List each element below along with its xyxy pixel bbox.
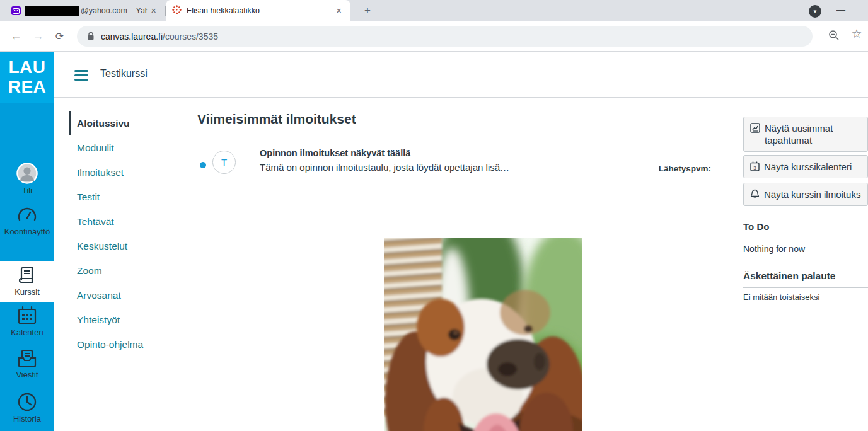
course-nav-announcements[interactable]: Ilmoitukset [69,160,189,185]
view-course-stream-button[interactable]: Näytä uusimmat tapahtumat [743,117,868,152]
laurea-logo[interactable]: LAU REA [0,52,54,103]
announcement-body: Tämä on opinnon ilmoitustaulu, josta löy… [260,162,651,173]
dashboard-gauge-icon [16,205,38,225]
unread-indicator-dot [200,162,206,168]
tab-title: Elisan hiekkalaatikko [187,6,333,15]
sent-date-label: Lähetyspvm: [659,164,711,173]
sidebar-item-dashboard[interactable]: Koontinäyttö [0,205,54,258]
minimize-window-button[interactable]: — [833,4,848,17]
inbox-icon [16,349,38,368]
canvas-global-nav: LAU REA Tili Koontinäyttö [0,52,54,431]
announcement-texts: Opinnon ilmoitukset näkyvät täällä Tämä … [260,148,651,173]
view-course-notifications-button[interactable]: Näytä kurssin ilmoitukset [743,183,868,206]
address-bar[interactable]: canvas.laurea.fi/courses/3535 [77,26,813,47]
calendar-icon [16,306,38,326]
chart-icon [750,123,760,133]
todo-heading: To Do [743,221,868,238]
avatar: T [212,151,236,174]
bookmark-star-icon[interactable]: ☆ [849,26,864,43]
course-nav-discussions[interactable]: Keskustelut [69,234,189,258]
course-home-sidebar: Näytä uusimmat tapahtumat 3 Näytä kurssi… [743,117,868,302]
course-nav-grades[interactable]: Arvosanat [69,283,189,307]
course-nav-syllabus[interactable]: Opinto-ohjelma [69,332,189,357]
course-nav-zoom[interactable]: Zoom [69,258,189,283]
tab-strip: @yahoo.com – Yah ✕ Elisan hiekkalaatikko… [0,0,868,21]
zoom-out-icon[interactable] [826,28,842,43]
hamburger-menu-icon[interactable] [74,70,88,81]
recent-feedback-heading: Äskettäinen palaute [743,270,868,288]
sidebar-item-calendar[interactable]: Kalenteri [0,306,54,345]
url-text: canvas.laurea.fi/courses/3535 [101,32,218,42]
announcement-title[interactable]: Opinnon ilmoitukset näkyvät täällä [260,148,651,158]
course-nav-collaborations[interactable]: Yhteistyöt [69,307,189,332]
tab-title: @yahoo.com – Yah [81,6,148,15]
url-host: canvas.laurea.fi [101,32,163,42]
calendar-day-icon: 3 [750,161,760,171]
new-tab-button[interactable]: + [361,4,374,18]
page-title: Viimeisimmät ilmoitukset [197,112,356,127]
user-avatar-icon [16,163,38,184]
sidebar-item-inbox[interactable]: Viestit [0,349,54,387]
sidebar-item-account[interactable]: Tili [0,160,54,198]
sidebar-item-courses[interactable]: Kurssit [0,261,54,302]
redacted-email-box [25,6,79,16]
view-course-calendar-button[interactable]: 3 Näytä kurssikalenteri [743,155,868,178]
recent-feedback-empty-text: Ei mitään toistaiseksi [743,292,868,302]
header-divider [54,97,868,98]
forward-button[interactable]: → [30,28,46,44]
close-tab-icon[interactable]: ✕ [333,6,344,16]
course-nav-home[interactable]: Aloitussivu [69,111,189,135]
courses-book-icon [17,265,37,285]
tab-canvas-course[interactable]: Elisan hiekkalaatikko ✕ [166,0,350,21]
todo-empty-text: Nothing for now [743,244,868,254]
toolbar-divider [0,51,868,52]
lock-icon [87,32,95,41]
course-nav-modules[interactable]: Moduulit [69,135,189,160]
url-path: /courses/3535 [163,32,218,42]
section-divider [197,135,711,135]
bell-icon [750,189,760,199]
yahoo-mail-icon [11,6,21,15]
announcement-row[interactable]: T Opinnon ilmoitukset näkyvät täällä Täm… [197,146,711,185]
media-control-icon[interactable]: ▼ [809,5,821,18]
history-clock-icon [17,392,37,412]
sidebar-item-history[interactable]: Historia [0,392,54,430]
canvas-logo-icon [172,5,182,17]
close-tab-icon[interactable]: ✕ [148,6,159,16]
reload-button[interactable]: ⟳ [52,28,67,44]
svg-text:3: 3 [753,165,756,171]
tab-yahoo-mail[interactable]: @yahoo.com – Yah ✕ [6,0,164,21]
section-divider [197,187,711,187]
course-nav-quizzes[interactable]: Testit [69,185,189,209]
course-image-dog-photo [384,238,582,431]
course-nav-assignments[interactable]: Tehtävät [69,209,189,234]
course-title: Testikurssi [100,68,148,79]
back-button[interactable]: ← [8,28,24,44]
browser-toolbar: ← → ⟳ canvas.laurea.fi/courses/3535 ☆ [0,21,868,51]
browser-window: @yahoo.com – Yah ✕ Elisan hiekkalaatikko… [0,0,868,431]
course-navigation: Aloitussivu Moduulit Ilmoitukset Testit … [69,111,189,357]
